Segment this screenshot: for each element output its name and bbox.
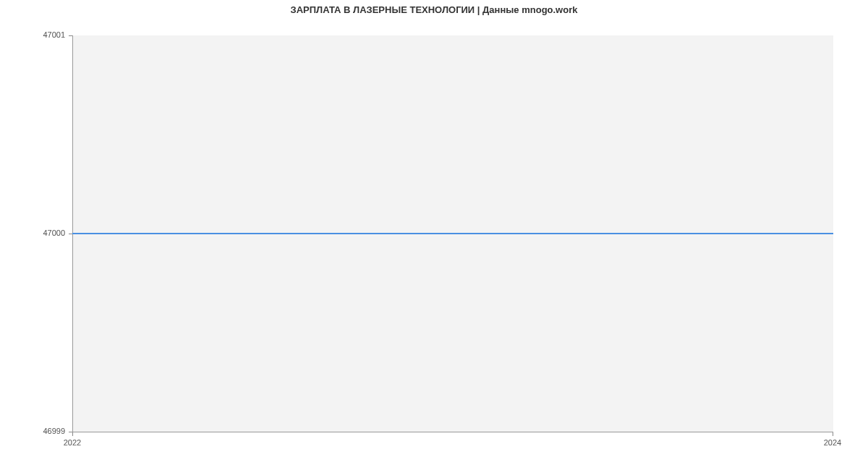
salary-line <box>72 233 833 234</box>
x-tick-mark <box>72 432 73 436</box>
chart-title: ЗАРПЛАТА В ЛАЗЕРНЫЕ ТЕХНОЛОГИИ | Данные … <box>0 4 868 15</box>
y-tick-label: 47001 <box>43 30 65 39</box>
y-tick-mark <box>69 234 72 234</box>
x-tick-label: 2022 <box>58 438 87 447</box>
chart-container: ЗАРПЛАТА В ЛАЗЕРНЫЕ ТЕХНОЛОГИИ | Данные … <box>0 0 868 470</box>
y-tick-mark <box>69 35 72 36</box>
x-tick-mark <box>833 432 833 436</box>
x-tick-label: 2024 <box>818 438 847 447</box>
y-tick-label: 47000 <box>43 228 65 237</box>
y-tick-label: 46999 <box>43 427 65 435</box>
